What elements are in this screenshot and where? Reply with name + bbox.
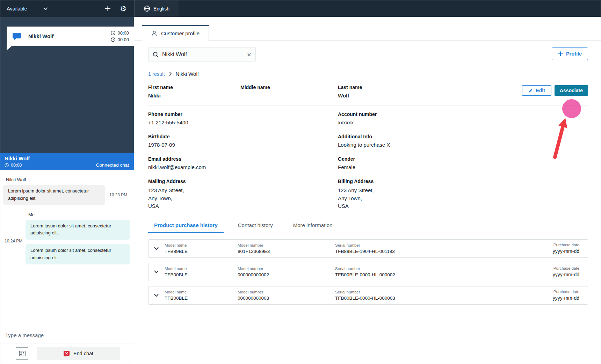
chat-message-input[interactable] bbox=[0, 327, 134, 343]
breadcrumb-customer-name: Nikki Wolf bbox=[176, 71, 199, 77]
chat-transcript: Nikki Wolf Lorem ipsum dolor sit amet, c… bbox=[0, 170, 134, 327]
field-value: Female bbox=[338, 164, 390, 170]
associate-button[interactable]: Associate bbox=[555, 85, 588, 96]
column-label: Model number bbox=[238, 243, 335, 247]
model-name-value: TFB00BLE bbox=[165, 272, 238, 277]
agent-status-label: Available bbox=[7, 6, 27, 12]
purchase-row[interactable]: Model nameTFB00BLE Model number000000000… bbox=[148, 263, 588, 281]
column-label: Model name bbox=[165, 267, 238, 271]
chat-card-timers: 00:00 00:00 bbox=[111, 30, 129, 42]
purchase-date-value: yyyy-mm-dd bbox=[553, 248, 579, 254]
column-label: Purchase date bbox=[553, 266, 579, 270]
plus-icon bbox=[105, 6, 111, 12]
column-label: Serial number bbox=[335, 290, 553, 294]
field-label: Email address bbox=[148, 156, 338, 162]
model-number-value: 000000000003 bbox=[238, 296, 335, 301]
field-billing-address: Billing Address 123 Any Street, Any Town… bbox=[338, 179, 390, 210]
purchase-row[interactable]: Model nameTFB89BLE Model number801F12368… bbox=[148, 239, 588, 258]
tab-customer-profile[interactable]: Customer profile bbox=[142, 25, 209, 41]
chat-header-name: Nikki Wolf bbox=[5, 155, 30, 161]
customer-profile-pane: Customer profile ✕ Profile bbox=[134, 17, 601, 364]
edit-label: Edit bbox=[536, 88, 545, 93]
column-label: Purchase date bbox=[553, 290, 579, 294]
field-account-number: Account number xxxxxx bbox=[338, 111, 390, 125]
tab-customer-profile-label: Customer profile bbox=[161, 30, 200, 36]
chat-card-timer-total: 00:00 bbox=[117, 30, 129, 36]
chevron-down-icon[interactable] bbox=[154, 294, 165, 297]
field-label: Gender bbox=[338, 156, 390, 162]
serial-number-value: TFB00BLE-0000-HL-000002 bbox=[335, 272, 553, 277]
field-value: 1978-07-09 bbox=[148, 142, 338, 148]
field-value: Wolf bbox=[338, 93, 522, 99]
model-number-value: 000000000002 bbox=[238, 272, 335, 277]
clock-icon bbox=[5, 163, 9, 167]
language-label: English bbox=[153, 6, 169, 12]
ccp-sidebar: Nikki Wolf 00:00 00:00 Nikki Wolf bbox=[0, 17, 134, 364]
chevron-down-icon bbox=[43, 7, 48, 10]
settings-button[interactable]: ⚙ bbox=[120, 5, 126, 12]
tab-more-information[interactable]: More information bbox=[287, 222, 339, 233]
field-phone-number: Phone number +1 212-555-5400 bbox=[148, 111, 338, 125]
field-value: nikki.wolf@example.com bbox=[148, 164, 338, 170]
end-chat-button[interactable]: End chat bbox=[37, 347, 120, 360]
model-number-value: 801F123689E3 bbox=[238, 249, 335, 254]
column-label: Model number bbox=[238, 267, 335, 271]
column-label: Purchase date bbox=[553, 243, 579, 247]
chevron-down-icon[interactable] bbox=[154, 270, 165, 273]
field-additional-info: Additional Info Looking to purchase X bbox=[338, 134, 390, 148]
chat-card-timer-current: 00:00 bbox=[117, 37, 129, 42]
gear-icon: ⚙ bbox=[120, 5, 126, 12]
column-label: Model number bbox=[238, 290, 335, 294]
field-gender: Gender Female bbox=[338, 156, 390, 170]
field-label: Mailing Address bbox=[148, 179, 338, 184]
chat-card-customer-name: Nikki Wolf bbox=[28, 33, 53, 39]
purchase-date-value: yyyy-mm-dd bbox=[553, 272, 579, 277]
chat-panel: Nikki Wolf 00:00 Connected chat Nikki Wo… bbox=[0, 153, 134, 364]
search-icon bbox=[153, 52, 159, 58]
profile-content: ✕ Profile 1 result Nikki Wolf First name bbox=[134, 41, 601, 305]
associate-label: Associate bbox=[560, 88, 583, 93]
field-label: Birthdate bbox=[148, 134, 338, 139]
serial-number-value: TFB89BLE-1904-HL-001183 bbox=[335, 249, 553, 254]
section-divider bbox=[148, 105, 588, 105]
chat-input-row bbox=[0, 327, 134, 343]
column-label: Model name bbox=[165, 243, 238, 247]
model-name-value: TFB00BLE bbox=[165, 296, 238, 301]
serial-number-value: TFB00BLE-0000-HL-000003 bbox=[335, 296, 553, 301]
history-tabs: Product purchase history Contact history… bbox=[148, 222, 588, 233]
create-profile-button[interactable]: Profile bbox=[552, 48, 588, 60]
field-last-name: Last name Wolf bbox=[338, 85, 522, 99]
purchase-row[interactable]: Model nameTFB00BLE Model number000000000… bbox=[148, 286, 588, 305]
breadcrumb-results-link[interactable]: 1 result bbox=[148, 71, 165, 77]
breadcrumb: 1 result Nikki Wolf bbox=[148, 71, 588, 77]
chat-header-timer: 00:00 bbox=[11, 163, 22, 168]
field-value: Looking to purchase X bbox=[338, 142, 390, 148]
app-window: Available ⚙ English bbox=[0, 0, 601, 364]
message-sender-name: Nikki Wolf bbox=[6, 177, 131, 182]
topbar-left: Available ⚙ bbox=[0, 0, 134, 17]
field-value: Nikki bbox=[148, 93, 240, 99]
field-value: +1 212-555-5400 bbox=[148, 119, 338, 125]
column-label: Serial number bbox=[335, 267, 553, 271]
chat-contact-card[interactable]: Nikki Wolf 00:00 00:00 bbox=[7, 27, 134, 46]
chevron-right-icon bbox=[169, 72, 172, 76]
contact-details-button[interactable] bbox=[16, 347, 28, 360]
contact-card-icon bbox=[19, 351, 26, 356]
field-label: Last name bbox=[338, 85, 522, 90]
tab-product-purchase-history[interactable]: Product purchase history bbox=[148, 222, 224, 233]
profile-search-input[interactable] bbox=[162, 51, 243, 58]
edit-button[interactable]: Edit bbox=[522, 85, 551, 96]
chat-connection-status: Connected chat bbox=[96, 162, 129, 168]
new-task-button[interactable] bbox=[105, 6, 111, 12]
message-timestamp: 10:23 PM bbox=[109, 192, 127, 197]
model-name-value: TFB89BLE bbox=[165, 249, 238, 254]
purchase-list: Model nameTFB89BLE Model number801F12368… bbox=[148, 239, 588, 305]
agent-status-dropdown[interactable]: Available bbox=[7, 6, 48, 12]
field-value: - bbox=[240, 93, 338, 99]
tab-contact-history[interactable]: Contact history bbox=[232, 222, 279, 233]
clear-search-icon[interactable]: ✕ bbox=[247, 52, 251, 57]
language-selector[interactable]: English bbox=[135, 0, 179, 17]
chevron-down-icon[interactable] bbox=[154, 247, 165, 250]
field-label: Middle name bbox=[240, 85, 338, 90]
topbar-icon-group: ⚙ bbox=[105, 5, 126, 12]
